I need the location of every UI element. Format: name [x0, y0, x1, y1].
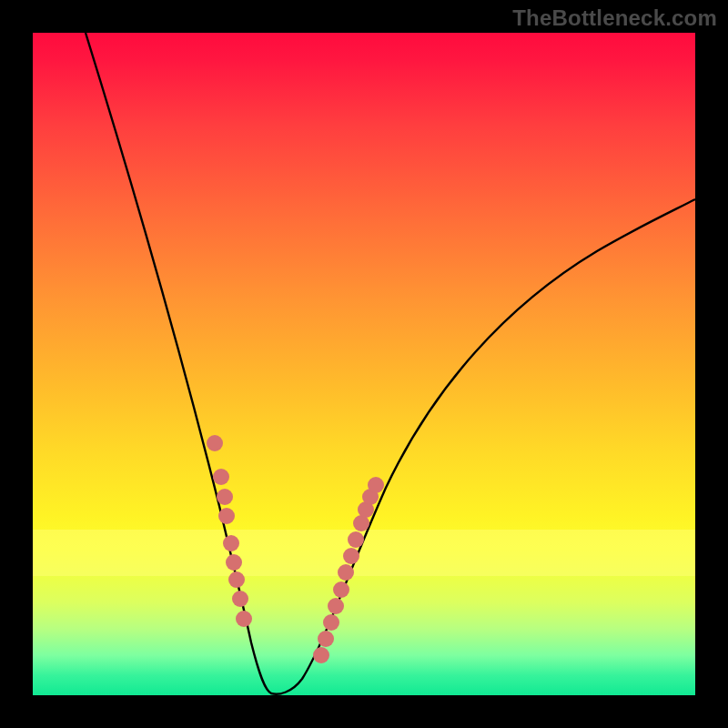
bottleneck-curve	[33, 33, 695, 695]
curve-path	[86, 33, 695, 694]
plot-area	[33, 33, 695, 695]
svg-point-10	[318, 631, 334, 647]
svg-point-4	[223, 535, 239, 551]
svg-point-11	[323, 614, 339, 631]
svg-point-14	[338, 564, 354, 581]
svg-point-6	[228, 571, 245, 588]
chart-frame: TheBottleneck.com	[0, 0, 728, 728]
svg-point-1	[213, 469, 229, 485]
svg-point-8	[236, 611, 252, 627]
dot-cluster-right	[313, 477, 384, 663]
svg-point-20	[368, 477, 384, 493]
dot-cluster-left	[207, 435, 252, 627]
svg-point-0	[207, 435, 223, 451]
watermark-text: TheBottleneck.com	[512, 5, 717, 31]
svg-point-9	[313, 647, 329, 663]
svg-point-15	[343, 548, 359, 564]
svg-point-12	[328, 598, 344, 614]
svg-point-2	[217, 489, 233, 505]
svg-point-13	[333, 581, 349, 598]
svg-point-3	[218, 508, 235, 524]
svg-point-7	[232, 591, 248, 607]
svg-point-5	[226, 554, 242, 571]
svg-point-16	[348, 531, 364, 548]
